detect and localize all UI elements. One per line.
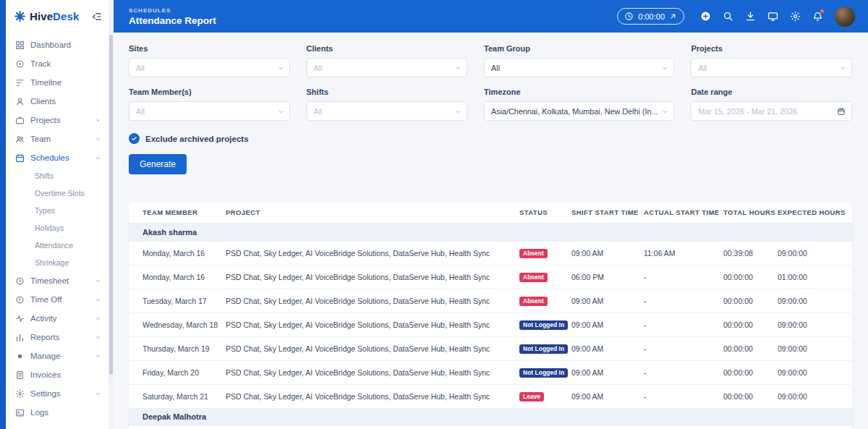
sidebar-item-team[interactable]: Team xyxy=(6,129,109,148)
cell-project: PSD Chat, Sky Ledger, AI VoiceBridge Sol… xyxy=(226,392,519,401)
filter-label: Projects xyxy=(691,44,852,53)
sites-select[interactable]: All xyxy=(129,58,290,77)
cell-shift-start: 09:00 AM xyxy=(571,320,644,329)
cell-actual-start: - xyxy=(644,297,723,305)
page-title: Attendance Report xyxy=(129,15,216,26)
invoices-icon xyxy=(15,370,25,380)
sidebar-item-track[interactable]: Track xyxy=(6,54,109,73)
chevron-down-icon xyxy=(95,334,101,341)
chevron-down-icon xyxy=(95,391,101,397)
scrollbar-thumb[interactable] xyxy=(109,35,113,375)
cell-status: Absent xyxy=(519,272,571,282)
topbar-heading: SCHEDULES Attendance Report xyxy=(129,7,216,26)
chevron-down-icon xyxy=(95,353,101,360)
schedules-icon xyxy=(15,153,25,163)
sidebar-item-time-off[interactable]: Time Off xyxy=(6,290,109,309)
group-row: Akash sharma xyxy=(129,224,852,241)
timesheet-icon xyxy=(15,276,25,286)
sidebar-item-activity[interactable]: Activity xyxy=(6,309,109,328)
sidebar-item-timesheet[interactable]: Timesheet xyxy=(6,271,109,290)
filter-label: Sites xyxy=(129,44,290,53)
search-icon[interactable] xyxy=(723,11,733,22)
sidebar-item-label: Dashboard xyxy=(30,41,71,50)
status-badge: Leave xyxy=(519,392,544,402)
select-value: Asia/Chennai, Kolkata, Mumbai, New Delhi… xyxy=(491,107,658,116)
cell-shift-start: 06:00 PM xyxy=(571,273,644,281)
sidebar-subitem-holidays[interactable]: Holidays xyxy=(6,219,109,237)
subitem-label: Attendance xyxy=(35,241,73,250)
timer-widget[interactable]: 0:00:00 xyxy=(617,8,684,25)
column-header-expected-hours: EXPECTED HOURS xyxy=(778,208,852,216)
shifts-select[interactable]: All xyxy=(307,101,468,121)
sidebar-subitem-attendance[interactable]: Attendance xyxy=(6,237,109,254)
sidebar-subitem-overtime-slots[interactable]: Overtime Slots xyxy=(6,184,109,202)
checkbox-label: Exclude archived projects xyxy=(145,135,249,143)
sidebar-item-invoices[interactable]: Invoices xyxy=(6,365,109,384)
cell-team-member: Thursday, March 19 xyxy=(142,344,226,353)
screen-monitor-icon[interactable] xyxy=(767,11,778,22)
notifications-bell[interactable] xyxy=(812,11,823,22)
table-row: Saturday, March 21 PSD Chat, Sky Ledger,… xyxy=(129,384,852,408)
status-badge: Not Logged In xyxy=(519,320,568,331)
team-members-select[interactable]: All xyxy=(129,101,290,121)
open-timer-icon[interactable] xyxy=(669,12,677,20)
cell-total-hours: 00:00:00 xyxy=(723,344,778,353)
sidebar-subitem-shrinkage[interactable]: Shrinkage xyxy=(6,254,109,271)
sidebar-item-clients[interactable]: Clients xyxy=(6,92,109,111)
sidebar-item-dashboard[interactable]: Dashboard xyxy=(6,35,109,54)
cell-expected-hours: 09:00:00 xyxy=(778,392,852,401)
column-header-team-member: TEAM MEMBER xyxy=(142,208,226,216)
sidebar-item-manage[interactable]: Manage xyxy=(6,347,109,365)
cell-team-member: Tuesday, March 17 xyxy=(142,297,226,305)
sidebar-item-reports[interactable]: Reports xyxy=(6,328,109,347)
chevron-down-icon xyxy=(278,65,284,72)
subitem-label: Shrinkage xyxy=(35,258,69,267)
sidebar-collapse-icon[interactable] xyxy=(92,12,102,22)
sidebar-subitem-types[interactable]: Types xyxy=(6,202,109,219)
chevron-down-icon xyxy=(95,315,101,322)
sidebar-item-settings[interactable]: Settings xyxy=(6,384,109,403)
team-icon xyxy=(15,135,25,144)
avatar[interactable] xyxy=(835,7,855,27)
date-range-input[interactable]: Mar 15, 2026 - Mar 21, 2026 xyxy=(691,101,852,121)
sidebar-item-label: Reports xyxy=(30,333,59,342)
sidebar-subitem-shifts[interactable]: Shifts xyxy=(6,167,109,184)
content-area: Sites All Clients All Team Group xyxy=(114,33,868,429)
table-row: Monday, March 16 PSD Chat, Sky Ledger, A… xyxy=(129,265,852,289)
generate-button[interactable]: Generate xyxy=(129,154,187,174)
select-value: All xyxy=(698,64,707,72)
status-badge: Absent xyxy=(519,273,548,283)
sidebar-item-timeline[interactable]: Timeline xyxy=(6,73,109,92)
sidebar-item-label: Manage xyxy=(30,352,61,361)
filter-team-group: Team Group All xyxy=(484,44,674,77)
hivedesk-logo-icon xyxy=(14,10,26,22)
sidebar-item-schedules[interactable]: Schedules xyxy=(6,148,109,167)
group-name: Deepak Malhotra xyxy=(142,412,206,421)
sidebar-item-projects[interactable]: Projects xyxy=(6,111,109,129)
brand-logo[interactable]: HiveDesk xyxy=(6,0,109,33)
sidebar-item-logs[interactable]: Logs xyxy=(6,403,109,422)
cell-expected-hours: 09:00:00 xyxy=(778,320,852,329)
table-header-row: TEAM MEMBER PROJECT STATUS SHIFT START T… xyxy=(129,202,852,224)
left-edge-strip xyxy=(0,0,6,429)
team-group-select[interactable]: All xyxy=(484,58,674,77)
select-value: Mar 15, 2026 - Mar 21, 2026 xyxy=(698,107,797,116)
projects-select[interactable]: All xyxy=(691,58,852,77)
timezone-select[interactable]: Asia/Chennai, Kolkata, Mumbai, New Delhi… xyxy=(484,101,674,121)
download-icon[interactable] xyxy=(745,11,756,22)
status-badge: Absent xyxy=(519,249,548,259)
sidebar-scrollbar[interactable] xyxy=(109,0,114,429)
add-icon[interactable] xyxy=(700,11,711,22)
filter-label: Timezone xyxy=(484,88,674,96)
exclude-archived-checkbox[interactable] xyxy=(129,133,140,144)
clients-select[interactable]: All xyxy=(307,58,468,77)
manage-icon xyxy=(15,352,25,361)
filter-clients: Clients All xyxy=(307,44,468,77)
gear-icon[interactable] xyxy=(790,11,801,22)
cell-status: Absent xyxy=(519,296,571,306)
column-header-shift-start: SHIFT START TIME xyxy=(571,208,644,216)
select-value: All xyxy=(491,64,500,72)
cell-team-member: Saturday, March 21 xyxy=(142,392,226,401)
exclude-archived-row: Exclude archived projects xyxy=(129,133,852,144)
cell-status: Absent xyxy=(519,248,571,258)
